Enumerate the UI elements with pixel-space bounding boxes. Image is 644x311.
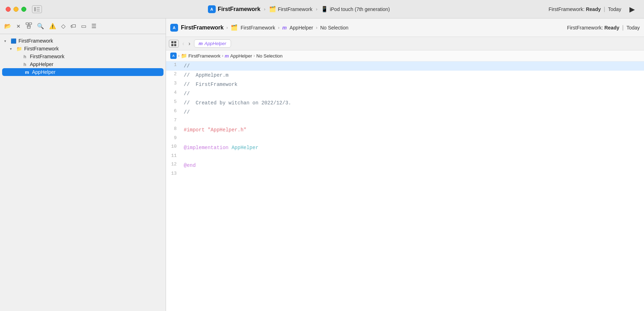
svg-rect-13 <box>171 44 173 46</box>
breadcrumb-chevron-1: › <box>178 53 179 58</box>
titlebar-chevron-1: › <box>264 7 265 12</box>
minimize-button[interactable] <box>14 7 18 12</box>
tab-apphelper-m[interactable]: m AppHelper <box>194 39 231 48</box>
code-line: 12 @end <box>166 161 644 170</box>
breadcrumb-filename: AppHelper <box>230 53 252 59</box>
titlebar-date: Today <box>608 6 621 12</box>
svg-rect-2 <box>37 9 40 10</box>
breadcrumb-folder-icon: 📁 <box>181 53 187 59</box>
editor-project-title: FirstFramework <box>181 24 224 31</box>
folder-icon: 📁 <box>16 46 22 51</box>
code-line: 2 // AppHelper.m <box>166 71 644 80</box>
sidebar-toggle-button[interactable] <box>32 5 42 13</box>
nav-back-button[interactable]: ‹ <box>181 40 186 48</box>
diamond-icon[interactable]: ◇ <box>61 23 65 29</box>
line-number: 6 <box>166 108 184 114</box>
sidebar-item-label: FirstFramework <box>30 54 64 59</box>
svg-rect-11 <box>171 41 173 43</box>
breadcrumb-chevron-2: › <box>222 53 223 58</box>
code-editor[interactable]: 1 // 2 // AppHelper.m 3 // FirstFramewor… <box>166 61 644 311</box>
svg-rect-4 <box>26 23 28 24</box>
nav-buttons: ‹ › <box>181 40 192 48</box>
breadcrumb-chevron-3: › <box>253 53 255 58</box>
breadcrumb-app-icon: A <box>170 53 177 59</box>
traffic-lights <box>6 7 26 12</box>
nav-forward-button[interactable]: › <box>187 40 192 48</box>
project-icon: 🟦 <box>10 38 17 44</box>
chevron-icon: ▾ <box>10 47 14 51</box>
code-line: 13 <box>166 170 644 179</box>
breadcrumb: A › 📁 FirstFramework › m AppHelper › No … <box>166 50 644 61</box>
sidebar-item-apphelper-h[interactable]: h AppHelper <box>0 60 166 68</box>
sidebar-item-project[interactable]: ▾ 🟦 FirstFramework <box>0 37 166 45</box>
topbar-chevron-1: › <box>226 25 228 30</box>
main-content: 📂 ✕ 🔍 ⚠️ ◇ 🏷 ▭ ☰ <box>0 18 644 311</box>
topbar-chevron-2: › <box>278 25 279 30</box>
code-content: // <box>184 62 644 70</box>
editor-topbar: A FirstFramework › 🗂️ FirstFramework › m… <box>166 18 644 37</box>
code-content: // AppHelper.m <box>184 71 644 80</box>
breadcrumb-no-selection: No Selection <box>256 53 283 59</box>
tag-icon[interactable]: 🏷 <box>70 23 76 29</box>
chevron-icon: ▾ <box>4 39 9 43</box>
svg-rect-6 <box>27 27 30 28</box>
topbar-separator: | <box>622 24 623 31</box>
titlebar-breadcrumb-icon: 🗂️ <box>269 6 276 12</box>
warning-icon[interactable]: ⚠️ <box>49 23 56 29</box>
sidebar-item-label: FirstFramework <box>24 46 59 51</box>
line-number: 3 <box>166 80 184 86</box>
code-content: // <box>184 108 644 116</box>
titlebar-project-name: FirstFramework <box>218 6 261 12</box>
sidebar-tree: ▾ 🟦 FirstFramework ▾ 📁 FirstFramework h … <box>0 34 166 311</box>
code-content: // <box>184 89 644 98</box>
grid-view-button[interactable] <box>169 40 179 48</box>
sidebar-toolbar: 📂 ✕ 🔍 ⚠️ ◇ 🏷 ▭ ☰ <box>0 18 166 34</box>
topbar-date: Today <box>627 25 640 31</box>
topbar-breadcrumb-icon: 🗂️ <box>231 24 238 31</box>
svg-rect-12 <box>174 41 176 43</box>
folder-icon[interactable]: 📂 <box>4 23 11 29</box>
svg-rect-14 <box>174 44 176 46</box>
sidebar-item-folder[interactable]: ▾ 📁 FirstFramework <box>0 45 166 53</box>
line-number: 11 <box>166 153 184 158</box>
line-number: 4 <box>166 89 184 95</box>
line-number: 1 <box>166 62 184 67</box>
line-number: 2 <box>166 71 184 77</box>
sidebar-item-label: AppHelper <box>32 69 55 75</box>
code-line: 1 // <box>166 61 644 71</box>
hierarchy-icon[interactable] <box>26 22 32 30</box>
editor-area: A FirstFramework › 🗂️ FirstFramework › m… <box>166 18 644 311</box>
editor-tabs: ‹ › m AppHelper <box>166 37 644 50</box>
breadcrumb-project-name: FirstFramework <box>188 53 220 59</box>
code-content: @end <box>184 161 644 170</box>
list-icon[interactable]: ☰ <box>91 23 96 29</box>
svg-rect-3 <box>37 11 40 11</box>
search-icon[interactable]: 🔍 <box>37 23 44 29</box>
titlebar-device-icon: 📱 <box>321 6 328 12</box>
run-button[interactable]: ▶ <box>626 4 638 14</box>
code-content: // Created by witchan on 2022/12/3. <box>184 99 644 107</box>
code-content: @implementation AppHelper <box>184 143 644 152</box>
project-app-icon: A <box>208 5 216 13</box>
line-number: 9 <box>166 135 184 141</box>
tab-filename: AppHelper <box>204 41 226 46</box>
code-line: 5 // Created by witchan on 2022/12/3. <box>166 98 644 108</box>
close-x-icon[interactable]: ✕ <box>16 23 21 29</box>
line-number: 5 <box>166 99 184 104</box>
tab-m-icon: m <box>199 41 203 46</box>
titlebar-device-name: iPod touch (7th generation) <box>330 6 390 12</box>
maximize-button[interactable] <box>21 7 26 12</box>
titlebar-separator: | <box>603 6 605 12</box>
svg-rect-1 <box>37 7 40 8</box>
topbar-no-selection: No Selection <box>320 25 348 31</box>
editor-app-icon: A <box>170 24 178 32</box>
code-line: 10 @implementation AppHelper <box>166 143 644 152</box>
close-button[interactable] <box>6 7 11 12</box>
line-number: 13 <box>166 170 184 176</box>
sidebar-item-firstframework-h[interactable]: h FirstFramework <box>0 53 166 60</box>
rect-icon[interactable]: ▭ <box>81 23 86 29</box>
titlebar-chevron-2: › <box>316 7 317 12</box>
code-content: // FirstFramework <box>184 80 644 89</box>
code-line: 7 <box>166 117 644 125</box>
sidebar-item-apphelper-m[interactable]: m AppHelper <box>2 68 163 76</box>
